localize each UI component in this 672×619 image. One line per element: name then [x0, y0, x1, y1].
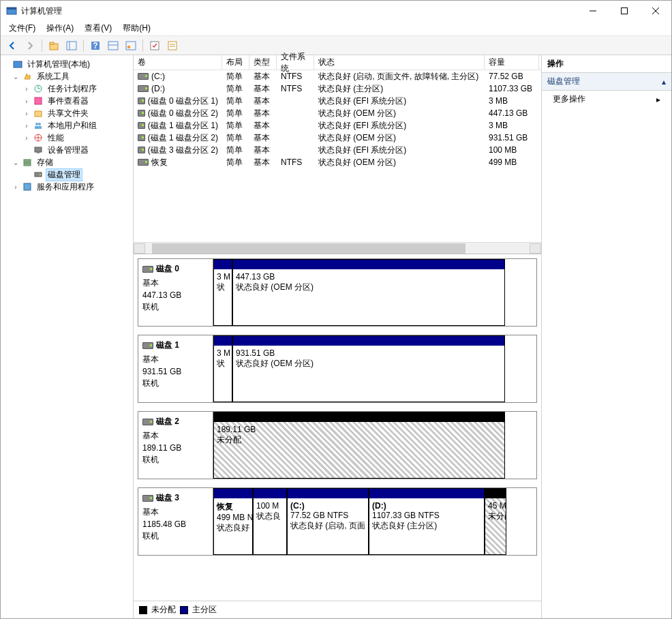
tree-local-users[interactable]: ›本地用户和组	[2, 119, 132, 132]
back-button[interactable]	[5, 38, 20, 53]
partition[interactable]: 45 M未分配	[485, 488, 506, 555]
svg-rect-8	[67, 42, 76, 50]
close-button[interactable]	[640, 1, 671, 21]
disk-partitions: 恢复499 MB N状态良好 (100 M状态良(C:)77.52 GB NTF…	[213, 488, 536, 555]
partition-bar	[233, 260, 504, 269]
volume-row[interactable]: (磁盘 1 磁盘分区 1)简单基本状态良好 (EFI 系统分区)3 MB	[134, 119, 541, 132]
horizontal-scrollbar[interactable]	[134, 242, 541, 254]
up-button[interactable]	[46, 38, 61, 53]
partition[interactable]: (D:)1107.33 GB NTFS状态良好 (主分区)	[369, 488, 485, 555]
svg-point-26	[35, 123, 38, 125]
menu-help[interactable]: 帮助(H)	[117, 21, 156, 35]
disk-row[interactable]: 磁盘 2基本189.11 GB联机189.11 GB未分配	[138, 411, 537, 479]
details-pane: 卷 布局 类型 文件系统 状态 容量 (C:)简单基本NTFS状态良好 (启动,…	[134, 55, 542, 618]
partition[interactable]: 3 M状	[213, 259, 232, 326]
help-button[interactable]: ?	[88, 38, 103, 53]
show-hide-tree-button[interactable]	[64, 38, 79, 53]
svg-rect-1	[7, 7, 16, 10]
tree-disk-management[interactable]: 磁盘管理	[2, 168, 132, 181]
disk-row[interactable]: 磁盘 1基本931.51 GB联机3 M状931.51 GB状态良好 (OEM …	[138, 335, 537, 403]
menu-view[interactable]: 查看(V)	[79, 21, 117, 35]
partition[interactable]: 3 M状	[213, 335, 232, 402]
partition-bar	[214, 260, 232, 269]
volume-row[interactable]: (磁盘 3 磁盘分区 2)简单基本状态良好 (EFI 系统分区)100 MB	[134, 144, 541, 156]
tree-root[interactable]: 计算机管理(本地)	[2, 58, 132, 70]
svg-rect-25	[35, 111, 42, 117]
volume-row[interactable]: (磁盘 0 磁盘分区 2)简单基本状态良好 (OEM 分区)447.13 GB	[134, 107, 541, 119]
partition[interactable]: 100 M状态良	[253, 488, 287, 555]
svg-rect-32	[35, 147, 42, 152]
volume-list-body[interactable]: (C:)简单基本NTFS状态良好 (启动, 页面文件, 故障转储, 主分区)77…	[134, 70, 541, 242]
properties-button[interactable]	[165, 38, 180, 53]
volume-row[interactable]: (D:)简单基本NTFS状态良好 (主分区)1107.33 GB	[134, 82, 541, 95]
disk-row[interactable]: 磁盘 0基本447.13 GB联机3 M状447.13 GB状态良好 (OEM …	[138, 258, 537, 327]
svg-rect-7	[50, 42, 54, 44]
col-capacity[interactable]: 容量	[485, 55, 539, 70]
main-content: 计算机管理(本地) ⌄系统工具 ›任务计划程序 ›事件查看器 ›共享文件夹 ›本…	[1, 55, 671, 618]
tree-event-viewer[interactable]: ›事件查看器	[2, 95, 132, 107]
scroll-thumb[interactable]	[152, 243, 465, 254]
svg-rect-17	[168, 42, 177, 50]
menu-bar: 文件(F) 操作(A) 查看(V) 帮助(H)	[1, 21, 671, 36]
scroll-left-button[interactable]	[134, 243, 145, 254]
disk-partitions: 3 M状931.51 GB状态良好 (OEM 分区)	[213, 335, 536, 402]
tree-system-tools[interactable]: ⌄系统工具	[2, 70, 132, 82]
legend-unalloc-swatch	[139, 606, 147, 614]
chevron-right-icon: ▸	[656, 95, 660, 104]
refresh-button[interactable]	[147, 38, 162, 53]
volume-row[interactable]: 恢复简单基本NTFS状态良好 (OEM 分区)499 MB	[134, 156, 541, 168]
legend: 未分配 主分区	[134, 601, 541, 618]
partition-bar	[288, 489, 368, 498]
disk-row[interactable]: 磁盘 3基本1185.48 GB联机恢复499 MB N状态良好 (100 M状…	[138, 487, 537, 556]
navigation-tree[interactable]: 计算机管理(本地) ⌄系统工具 ›任务计划程序 ›事件查看器 ›共享文件夹 ›本…	[1, 55, 134, 618]
svg-text:?: ?	[93, 41, 97, 50]
partition[interactable]: 189.11 GB未分配	[213, 412, 505, 479]
actions-section[interactable]: 磁盘管理▴	[542, 73, 671, 91]
tree-task-scheduler[interactable]: ›任务计划程序	[2, 82, 132, 95]
col-type[interactable]: 类型	[249, 55, 277, 70]
forward-button[interactable]	[22, 38, 37, 53]
partition-bar	[369, 489, 484, 498]
volume-list: 卷 布局 类型 文件系统 状态 容量 (C:)简单基本NTFS状态良好 (启动,…	[134, 55, 541, 254]
minimize-button[interactable]	[577, 1, 609, 21]
partition[interactable]: 恢复499 MB N状态良好 (	[213, 488, 253, 555]
actions-more[interactable]: 更多操作▸	[542, 91, 671, 108]
volume-row[interactable]: (磁盘 0 磁盘分区 1)简单基本状态良好 (EFI 系统分区)3 MB	[134, 95, 541, 107]
col-volume[interactable]: 卷	[134, 55, 222, 70]
partition[interactable]: (C:)77.52 GB NTFS状态良好 (启动, 页面	[287, 488, 369, 555]
volume-icon	[138, 159, 149, 166]
view-bottom-button[interactable]	[123, 38, 138, 53]
partition[interactable]: 931.51 GB状态良好 (OEM 分区)	[232, 335, 505, 402]
disk-icon	[142, 342, 153, 349]
collapse-icon: ▴	[662, 77, 666, 87]
menu-action[interactable]: 操作(A)	[41, 21, 79, 35]
disk-icon	[142, 266, 153, 273]
svg-point-37	[40, 174, 41, 175]
col-status[interactable]: 状态	[314, 55, 485, 70]
title-bar: 计算机管理	[1, 1, 671, 21]
tree-storage[interactable]: ⌄存储	[2, 156, 132, 168]
volume-row[interactable]: (C:)简单基本NTFS状态良好 (启动, 页面文件, 故障转储, 主分区)77…	[134, 70, 541, 82]
svg-rect-33	[37, 152, 40, 153]
tree-device-manager[interactable]: 设备管理器	[2, 144, 132, 156]
disk-info: 磁盘 1基本931.51 GB联机	[138, 335, 213, 402]
tree-services-apps[interactable]: ›服务和应用程序	[2, 181, 132, 193]
volume-icon	[138, 85, 149, 92]
maximize-button[interactable]	[609, 1, 640, 21]
disk-diagram-pane[interactable]: 磁盘 0基本447.13 GB联机3 M状447.13 GB状态良好 (OEM …	[134, 254, 541, 601]
svg-rect-24	[35, 97, 42, 104]
disk-partitions: 189.11 GB未分配	[213, 412, 536, 479]
volume-row[interactable]: (磁盘 1 磁盘分区 2)简单基本状态良好 (OEM 分区)931.51 GB	[134, 132, 541, 144]
legend-primary-label: 主分区	[192, 604, 217, 616]
volume-list-header: 卷 布局 类型 文件系统 状态 容量	[134, 55, 541, 70]
partition[interactable]: 447.13 GB状态良好 (OEM 分区)	[232, 259, 505, 326]
col-layout[interactable]: 布局	[222, 55, 249, 70]
scroll-right-button[interactable]	[530, 243, 541, 254]
tree-performance[interactable]: ›性能	[2, 132, 132, 144]
menu-file[interactable]: 文件(F)	[3, 21, 41, 35]
volume-icon	[138, 110, 145, 117]
volume-icon	[138, 134, 145, 141]
tree-shared-folders[interactable]: ›共享文件夹	[2, 107, 132, 119]
view-top-button[interactable]	[106, 38, 121, 53]
col-filesystem[interactable]: 文件系统	[277, 55, 314, 70]
